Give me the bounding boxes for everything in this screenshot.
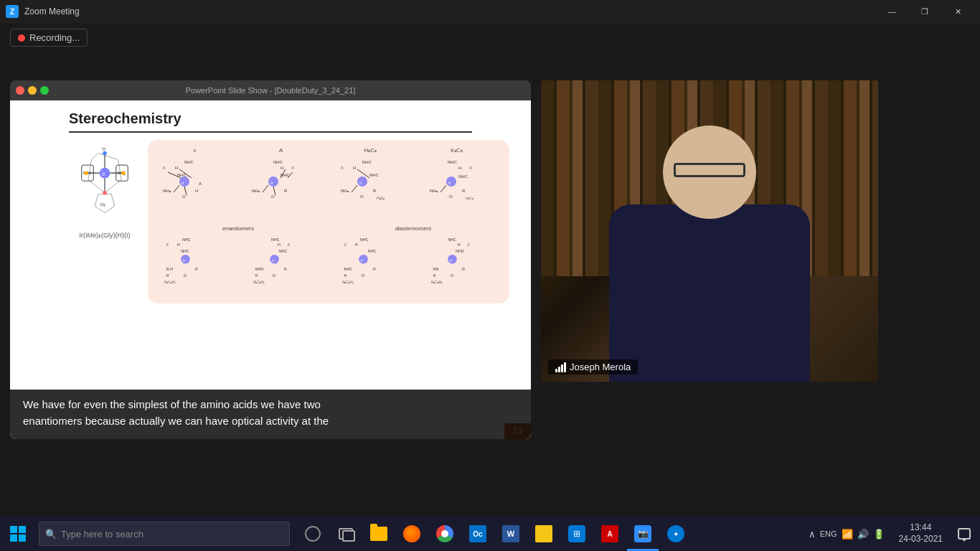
battery-icon[interactable]: 🔋 (873, 529, 885, 540)
start-button[interactable] (0, 517, 36, 551)
acrobat-button[interactable]: A (594, 517, 626, 551)
svg-text:H: H (355, 242, 358, 247)
macos-dots (16, 86, 49, 95)
svg-text:Ir₂C₂: Ir₂C₂ (466, 196, 473, 200)
minimize-dot[interactable] (28, 86, 37, 95)
svg-line-54 (352, 185, 357, 192)
molecule-h2c2h8: NHC X H Ir NHC NHC H O R (330, 235, 416, 299)
chrome-button[interactable] (429, 517, 461, 551)
minimize-button[interactable]: — (875, 0, 908, 23)
close-button[interactable]: ✕ (941, 0, 974, 23)
window-controls: — ❐ ✕ (875, 0, 974, 23)
svg-text:X: X (291, 166, 294, 170)
chevron-up-icon[interactable]: ∧ (809, 529, 816, 540)
recording-badge: Recording... (10, 29, 88, 47)
svg-text:H: H (278, 242, 281, 247)
molecule-h2c2: NHC X H Ir NHC NH₂ O (330, 156, 416, 221)
svg-text:Ir: Ir (448, 181, 451, 185)
svg-text:H: H (195, 189, 198, 193)
taskbar-search[interactable]: 🔍 Type here to search (39, 522, 290, 546)
svg-text:Ir: Ir (361, 258, 363, 263)
network-icon[interactable]: 📶 (842, 529, 853, 540)
svg-text:NH₂: NH₂ (341, 189, 349, 193)
outlook-icon: Oc (469, 525, 486, 542)
mol-label-a: A (279, 147, 283, 154)
svg-text:NHC: NHC (458, 174, 468, 179)
windows-logo-icon (10, 526, 26, 542)
word-button[interactable]: W (495, 517, 527, 551)
svg-text:R: R (373, 189, 377, 193)
svg-text:H: H (255, 273, 258, 278)
taskbar-icons: Oc W ⊞ A 📷 ✦ (297, 517, 692, 551)
svg-text:R: R (462, 189, 466, 193)
svg-text:O: O (273, 273, 275, 278)
slide-heading: Stereochemistry (69, 110, 472, 133)
task-view-button[interactable] (330, 517, 362, 551)
svg-line-28 (174, 185, 179, 192)
task-view-icon (339, 528, 353, 540)
svg-text:NHC: NHC (368, 249, 377, 253)
yellow-app-button[interactable] (528, 517, 560, 551)
slide-content: Stereochemistry Ir (10, 100, 531, 439)
svg-text:HN: HN (433, 267, 439, 271)
mol5-svg: NHC X H Ir NHC N-H H O R (159, 235, 231, 286)
left-molecule-svg: Ir NHC NHC (69, 140, 141, 226)
slide-inner: Stereochemistry Ir (59, 100, 482, 314)
notification-button[interactable] (951, 517, 977, 551)
mol8-svg: NHC X H Ir NHO HN H O R (426, 235, 498, 286)
system-tray-area: ∧ ENG 📶 🔊 🔋 13:44 24-03-2021 (803, 517, 980, 551)
signal-bar-2 (558, 367, 560, 372)
participant-background: Joseph Merola (541, 80, 878, 382)
svg-text:A: A (199, 182, 202, 186)
mol-label-c: c (194, 147, 197, 154)
zoom-titlebar-icon: Z (6, 5, 19, 18)
svg-text:Ir: Ir (359, 181, 362, 185)
svg-text:R: R (462, 267, 465, 271)
svg-text:H: H (458, 166, 461, 170)
svg-text:NH₂: NH₂ (163, 189, 171, 193)
signal-icon (555, 362, 566, 372)
svg-text:X: X (163, 166, 166, 170)
svg-text:NHC: NHC (362, 160, 372, 164)
svg-text:NHC: NHC (273, 160, 283, 164)
clock-area[interactable]: 13:44 24-03-2021 (893, 522, 948, 545)
svg-text:NHC: NHC (369, 173, 380, 177)
file-explorer-button[interactable] (363, 517, 395, 551)
person-silhouette (588, 126, 831, 382)
person-body (609, 204, 810, 382)
svg-text:O: O (184, 273, 187, 278)
left-molecule-diagram: Ir NHC NHC (69, 140, 141, 239)
svg-text:O: O (449, 194, 453, 199)
molecule-h2c2h5: NHC X H Ir NHC N-H H O R (152, 235, 238, 299)
firefox-button[interactable] (396, 517, 428, 551)
cortana-button[interactable] (297, 517, 329, 551)
svg-text:NHC: NHC (344, 267, 353, 271)
maximize-dot[interactable] (40, 86, 49, 95)
outlook-button[interactable]: Oc (462, 517, 494, 551)
group-labels-row: c A H₂C₂ Ir₂C₂ (152, 147, 505, 155)
svg-text:O: O (362, 273, 364, 278)
close-dot[interactable] (16, 86, 24, 95)
caption-line2: enantiomers because actually we can have… (23, 415, 329, 427)
zoom-button[interactable]: 📷 (627, 517, 659, 551)
molecule-a-svg: NHC X H Ir NHC NH₂ (248, 156, 320, 208)
blue-app-button[interactable]: ✦ (660, 517, 692, 551)
top-molecule-row: NHC X H Ir NHC NH₂ (152, 156, 505, 221)
mol6-svg: NHC X H Ir NHC NHO H O R (248, 235, 320, 286)
molecule-h2c2n5: NHC X H Ir NHO HN H O R (419, 235, 505, 299)
svg-text:H₂C₂H₆: H₂C₂H₆ (253, 281, 265, 284)
calculator-button[interactable]: ⊞ (561, 517, 593, 551)
recording-label: Recording... (29, 32, 80, 43)
svg-text:Ir: Ir (270, 181, 273, 185)
chrome-icon (436, 525, 453, 542)
volume-icon[interactable]: 🔊 (857, 529, 869, 540)
language-icon[interactable]: ENG (820, 529, 837, 538)
svg-text:NHC: NHC (281, 173, 291, 177)
svg-text:X: X (344, 242, 347, 247)
maximize-button[interactable]: ❐ (908, 0, 941, 23)
svg-line-42 (263, 185, 268, 192)
diastereomers-label: diastereomers (327, 225, 499, 232)
molecule-grid: c A H₂C₂ Ir₂C₂ (148, 140, 509, 303)
svg-text:NHC: NHC (271, 237, 280, 242)
svg-text:NHO: NHO (255, 267, 264, 271)
